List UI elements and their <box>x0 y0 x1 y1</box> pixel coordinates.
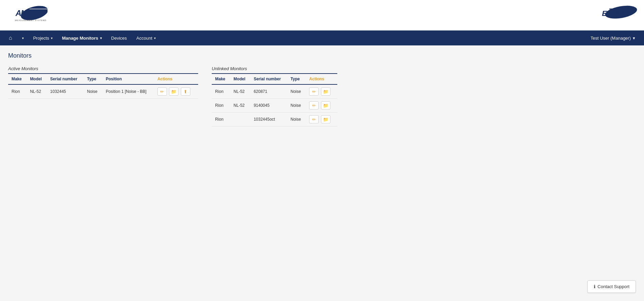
link-icon: 📁 <box>323 117 328 122</box>
svg-text:MEASUREMENT SYSTEMS: MEASUREMENT SYSTEMS <box>15 19 46 21</box>
nav-manage-monitors[interactable]: Manage Monitors ▾ <box>57 31 107 45</box>
cell-actions: ✏ 📁 <box>306 84 337 99</box>
contact-support-label: Contact Support <box>598 284 629 289</box>
cell-serial: 620871 <box>250 84 287 99</box>
info-icon: ℹ <box>594 284 595 289</box>
cell-serial: 1032445 <box>47 84 84 99</box>
cell-type: Noise <box>84 84 102 99</box>
cell-model: NL-52 <box>230 84 250 99</box>
settings-active-monitor-button[interactable]: 📁 <box>169 87 178 96</box>
navbar: ⌂ ▾ Projects ▾ Manage Monitors ▾ Devices… <box>0 31 644 45</box>
unlinked-monitors-title: Unlinked Monitors <box>212 66 337 71</box>
cell-make: Rion <box>212 84 230 99</box>
cell-model: NL-52 <box>230 99 250 113</box>
col-make: Make <box>8 74 26 84</box>
svg-text:ENVIRO: ENVIRO <box>602 9 630 18</box>
page-title: Monitors <box>8 52 636 59</box>
nav-devices[interactable]: Devices <box>107 31 132 45</box>
nav-dropdown-arrow[interactable]: ▾ <box>16 31 29 45</box>
link-icon: 📁 <box>323 103 328 108</box>
ucol-model: Model <box>230 74 250 84</box>
contact-support-button[interactable]: ℹ Contact Support <box>587 280 636 293</box>
cell-position: Position 1 [Noise - BB] <box>102 84 154 99</box>
unlinked-monitors-section: Unlinked Monitors Make Model Serial numb… <box>212 66 337 126</box>
projects-chevron: ▾ <box>51 36 53 40</box>
nav-account[interactable]: Account ▾ <box>132 31 160 45</box>
edit-unlinked-monitor-button-3[interactable]: ✏ <box>309 115 319 123</box>
logo-left: ANL MEASUREMENT SYSTEMS <box>7 4 48 26</box>
cell-make: Rion <box>8 84 26 99</box>
nav-home-button[interactable]: ⌂ <box>5 31 16 45</box>
active-monitors-section: Active Monitors Make Model Serial number… <box>8 66 198 126</box>
page-content: Monitors Active Monitors Make Model Seri… <box>0 45 644 133</box>
active-monitors-table: Make Model Serial number Type Position A… <box>8 74 198 99</box>
settings-icon: 📁 <box>171 89 176 94</box>
enviro-logo: ENVIRO <box>593 4 637 26</box>
navbar-left: ⌂ ▾ Projects ▾ Manage Monitors ▾ Devices… <box>5 31 160 45</box>
unlinked-monitors-header-row: Make Model Serial number Type Actions <box>212 74 337 84</box>
unlinked-monitors-table: Make Model Serial number Type Actions Ri… <box>212 74 337 126</box>
unlink-active-monitor-button[interactable]: ⬆ <box>181 87 190 96</box>
active-monitors-title: Active Monitors <box>8 66 198 71</box>
svg-text:ANL: ANL <box>15 8 31 18</box>
link-icon: 📁 <box>323 89 328 94</box>
cell-type: Noise <box>287 99 306 113</box>
user-label: Test User (Manager) <box>591 36 631 41</box>
table-row: Rion NL-52 1032445 Noise Position 1 [Noi… <box>8 84 198 99</box>
col-actions: Actions <box>154 74 198 84</box>
account-chevron: ▾ <box>154 36 156 40</box>
cell-make: Rion <box>212 99 230 113</box>
nav-projects[interactable]: Projects ▾ <box>29 31 57 45</box>
col-model: Model <box>26 74 46 84</box>
cell-actions: ✏ 📁 <box>306 113 337 126</box>
col-type: Type <box>84 74 102 84</box>
cell-type: Noise <box>287 84 306 99</box>
user-chevron: ▾ <box>633 36 635 41</box>
ucol-serial: Serial number <box>250 74 287 84</box>
pencil-icon: ✏ <box>160 89 164 94</box>
edit-unlinked-monitor-button-1[interactable]: ✏ <box>309 87 319 96</box>
cell-type: Noise <box>287 113 306 126</box>
edit-active-monitor-button[interactable]: ✏ <box>157 87 167 96</box>
cell-actions: ✏ 📁 <box>306 99 337 113</box>
cell-model: NL-52 <box>26 84 46 99</box>
link-unlinked-monitor-button-2[interactable]: 📁 <box>321 101 330 109</box>
manage-monitors-chevron: ▾ <box>100 36 102 40</box>
cell-serial: 9140045 <box>250 99 287 113</box>
anl-logo: ANL MEASUREMENT SYSTEMS <box>7 4 48 26</box>
page-header: ANL MEASUREMENT SYSTEMS ENVIRO <box>0 0 644 31</box>
link-unlinked-monitor-button-1[interactable]: 📁 <box>321 87 330 96</box>
pencil-icon: ✏ <box>312 103 316 108</box>
ucol-type: Type <box>287 74 306 84</box>
unlink-icon: ⬆ <box>184 89 187 94</box>
col-position: Position <box>102 74 154 84</box>
cell-model <box>230 113 250 126</box>
table-row: Rion 1032445oct Noise ✏ 📁 <box>212 113 337 126</box>
monitors-grid: Active Monitors Make Model Serial number… <box>8 66 636 126</box>
pencil-icon: ✏ <box>312 117 316 122</box>
ucol-actions: Actions <box>306 74 337 84</box>
active-monitors-header-row: Make Model Serial number Type Position A… <box>8 74 198 84</box>
cell-make: Rion <box>212 113 230 126</box>
col-serial: Serial number <box>47 74 84 84</box>
edit-unlinked-monitor-button-2[interactable]: ✏ <box>309 101 319 109</box>
pencil-icon: ✏ <box>312 89 316 94</box>
link-unlinked-monitor-button-3[interactable]: 📁 <box>321 115 330 123</box>
logo-right: ENVIRO <box>593 4 637 26</box>
table-row: Rion NL-52 620871 Noise ✏ 📁 <box>212 84 337 99</box>
cell-serial: 1032445oct <box>250 113 287 126</box>
ucol-make: Make <box>212 74 230 84</box>
cell-actions: ✏ 📁 ⬆ <box>154 84 198 99</box>
table-row: Rion NL-52 9140045 Noise ✏ 📁 <box>212 99 337 113</box>
user-menu[interactable]: Test User (Manager) ▾ <box>587 36 639 41</box>
